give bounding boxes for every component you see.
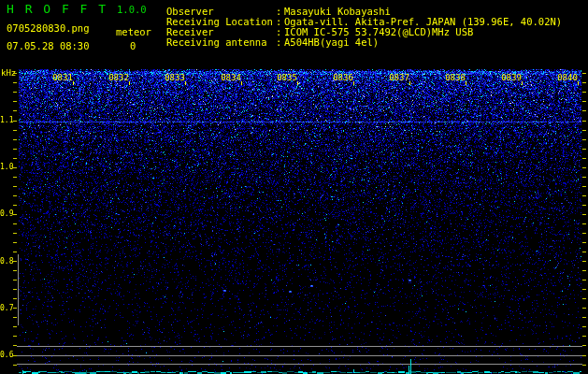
app-version: 1.0.0 — [117, 4, 147, 15]
info-label: Receiving antenna — [166, 37, 276, 48]
y-tick-label: 0.9 — [0, 209, 13, 218]
info-value: A504HB(yagi 4el) — [284, 36, 379, 48]
y-axis-unit-label: kHz — [1, 68, 16, 78]
station-info: Observer:Masayuki Kobayashi Receiving Lo… — [166, 7, 562, 48]
x-tick-label: 0834 — [220, 73, 242, 82]
x-tick-label: 0837 — [388, 73, 410, 82]
y-tick-label: 1.1 — [0, 116, 13, 124]
app-title: H R O F F T — [7, 2, 108, 16]
y-tick-label: 0.7 — [0, 304, 13, 312]
x-tick-label: 0840 — [556, 73, 579, 82]
x-tick-label: 0835 — [276, 73, 298, 82]
y-tick-label: 0.8 — [0, 257, 13, 266]
x-tick-label: 0831 — [51, 73, 74, 82]
info-separator: : — [276, 37, 284, 48]
hrofft-screen: H R O F F T 1.0.0 0705280830.png meteor … — [0, 0, 588, 374]
output-filename: 0705280830.png — [7, 22, 90, 34]
info-row-antenna: Receiving antenna:A504HB(yagi 4el) — [166, 37, 562, 48]
x-tick-label: 0833 — [164, 73, 186, 82]
y-tick-label: 1.0 — [0, 163, 13, 171]
x-tick-label: 0838 — [444, 73, 466, 82]
meteor-count-label: meteor — [116, 26, 151, 37]
x-tick-label: 0836 — [332, 73, 354, 82]
x-tick-label: 0832 — [108, 73, 130, 82]
meteor-count-value: 0 — [130, 40, 136, 51]
observation-datetime: 07.05.28 08:30 — [7, 40, 90, 51]
spectrogram-canvas — [0, 0, 588, 374]
x-tick-label: 0839 — [500, 73, 523, 82]
y-tick-label: 0.6 — [0, 351, 13, 359]
